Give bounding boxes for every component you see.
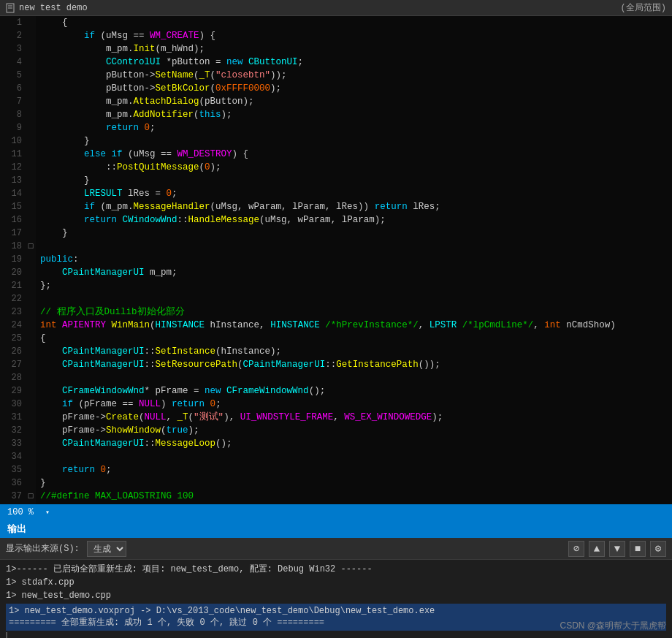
output-line-3: 1> new_test_demo.cpp — [6, 589, 666, 602]
output-down-btn[interactable]: ▼ — [609, 541, 625, 557]
output-line-2: 1> stdafx.cpp — [6, 576, 666, 589]
status-icons: ▾ — [45, 508, 50, 517]
output-header: 输出 — [0, 520, 672, 538]
source-select[interactable]: 生成 — [87, 541, 126, 557]
output-clear-btn[interactable]: ⊘ — [568, 541, 584, 557]
output-up-btn[interactable]: ▲ — [589, 541, 605, 557]
output-stop-btn[interactable]: ■ — [630, 541, 646, 557]
title-text: new test demo — [19, 3, 606, 13]
output-toolbar: 显示输出来源(S): 生成 ⊘ ▲ ▼ ■ ⚙ — [0, 538, 672, 560]
status-bar: 100 % ▾ — [0, 504, 672, 520]
output-line-1: 1>------ 已启动全部重新生成: 项目: new_test_demo, 配… — [6, 563, 666, 576]
watermark: CSDN @森明帮大于黑虎帮 — [560, 620, 666, 632]
title-bar: new test demo (全局范围) — [0, 0, 672, 16]
zoom-level: 100 % — [7, 507, 34, 517]
line-numbers: 1 2 3 4 5 6 7 8 9 10 11 12 13 14 15 16 1… — [0, 16, 26, 504]
file-icon — [6, 3, 16, 13]
code-gutter: □ □ — [26, 16, 36, 504]
editor-area: 1 2 3 4 5 6 7 8 9 10 11 12 13 14 15 16 1… — [0, 16, 672, 504]
scope-dropdown[interactable]: (全局范围) — [621, 1, 666, 14]
source-label: 显示输出来源(S): — [6, 542, 80, 555]
cursor-line — [6, 632, 666, 638]
code-editor[interactable]: { if (uMsg == WM_CREATE) { m_pm.Init(m_h… — [36, 16, 672, 504]
output-settings-btn[interactable]: ⚙ — [650, 541, 666, 557]
output-title: 输出 — [7, 523, 26, 536]
